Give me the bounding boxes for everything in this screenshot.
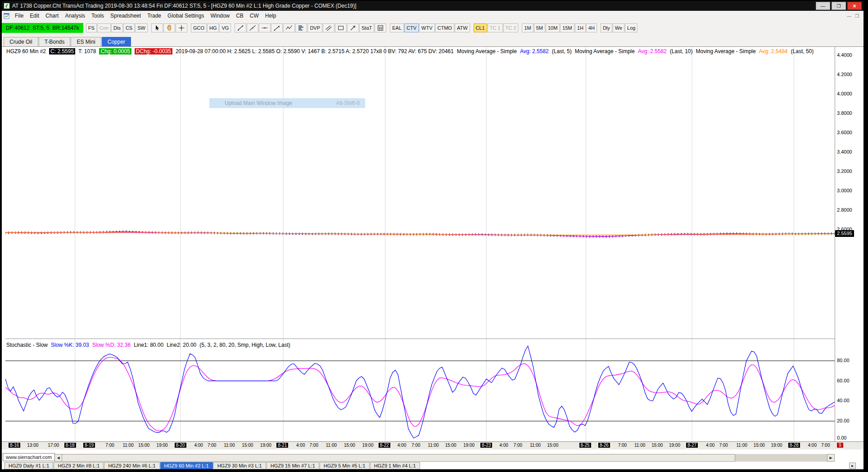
ray-tool-button[interactable] <box>271 23 283 32</box>
zigzag-icon <box>285 24 293 32</box>
menu-file[interactable]: File <box>12 11 27 21</box>
status-link[interactable]: www.sierrachart.com <box>3 453 55 461</box>
tab-scroll-right-button[interactable]: ▸ <box>849 463 856 469</box>
time-axis-time-label: 19:00 <box>157 443 168 448</box>
volume-profile-tool-button[interactable] <box>295 23 307 32</box>
time-axis-time-label: 4:00 <box>808 443 817 448</box>
connect-button[interactable]: Con <box>97 23 111 32</box>
menu-cw[interactable]: CW <box>247 11 262 21</box>
pointer-tool-button[interactable] <box>151 23 163 32</box>
menu-window[interactable]: Window <box>207 11 233 21</box>
tf-1m-button[interactable]: 1M <box>522 23 533 32</box>
time-axis-date-label: 8-19 <box>83 443 95 448</box>
chartbook-tab-hgz9-15-min-7-l-1[interactable]: HGZ9 15 Min #7 L:1 <box>267 462 319 469</box>
time-axis-date-label: 8-26 <box>598 443 610 448</box>
tf-weekly-button[interactable]: We <box>613 23 624 32</box>
time-scale[interactable]: 8-1613:0017:008-188-197:0011:0015:0019:0… <box>2 441 863 449</box>
upload-menu-item[interactable]: Upload Main Window Image Alt-Shift-0 <box>209 98 365 108</box>
atw-button[interactable]: ATW <box>455 23 470 32</box>
cl1-button[interactable]: CL1 <box>474 23 487 32</box>
chart-tab-copper[interactable]: Copper <box>102 37 131 46</box>
child-minimize-icon[interactable]: — <box>847 14 851 18</box>
rectangle-tool-button[interactable] <box>335 23 347 32</box>
hand-tool-button[interactable] <box>163 23 175 32</box>
menu-analysis[interactable]: Analysis <box>62 11 88 21</box>
chart-canvas[interactable] <box>5 47 835 441</box>
horizontal-line-tool-button[interactable] <box>259 23 271 32</box>
calculator-tool-button[interactable] <box>375 23 386 32</box>
time-axis-time-label: 19:00 <box>260 443 271 448</box>
ctv-button[interactable]: CTV <box>404 23 419 32</box>
scroll-right-button[interactable]: ▶ <box>827 454 835 462</box>
stoch-info-segment-4: Line2: 20.00 <box>167 342 196 348</box>
time-axis-date-label: 8-16 <box>9 443 20 448</box>
fs-button[interactable]: FS <box>86 23 97 32</box>
time-axis-time-label: 15:00 <box>138 443 149 448</box>
time-axis-time-label: 19:00 <box>771 443 782 448</box>
trendline2-icon <box>249 24 256 32</box>
chart-tab-es-mini[interactable]: ES Mini <box>71 37 101 46</box>
eal-button[interactable]: EAL <box>390 23 404 32</box>
disconnect-button[interactable]: Dis <box>111 23 123 32</box>
tf-15m-button[interactable]: 15M <box>560 23 574 32</box>
arrow-tool-button[interactable] <box>347 23 359 32</box>
scrollbar-track[interactable] <box>62 454 827 462</box>
tf-daily-button[interactable]: Dly <box>601 23 612 32</box>
channel-tool-button[interactable] <box>323 23 335 32</box>
hg-button[interactable]: HG <box>207 23 219 32</box>
tf-10m-button[interactable]: 10M <box>546 23 560 32</box>
trendline-tool-button[interactable] <box>235 23 246 32</box>
dvp-button[interactable]: DVP <box>307 23 322 32</box>
minimize-button[interactable]: — <box>816 2 830 10</box>
menu-tools[interactable]: Tools <box>88 11 107 21</box>
menu-trade[interactable]: Trade <box>144 11 164 21</box>
screen: { "window": { "title": "AT 1738 Copper.C… <box>0 0 868 472</box>
maximize-button[interactable]: ❐ <box>832 2 846 10</box>
chartbook-tab-hgz9-daily-1-l-1[interactable]: HGZ9 Daily #1 L:1 <box>5 462 53 469</box>
chartbook-tab-hgz9-1-min-4-l-1[interactable]: HGZ9 1 Min #4 L:1 <box>370 462 420 469</box>
close-button[interactable]: ✕ <box>847 2 862 10</box>
channel-icon <box>325 24 332 32</box>
extending-line-tool-button[interactable] <box>247 23 258 32</box>
stoch-axis-label: 80.00 <box>837 358 850 363</box>
menu-global-settings[interactable]: Global Settings <box>164 11 207 21</box>
menu-edit[interactable]: Edit <box>27 11 42 21</box>
cs-button[interactable]: CS <box>123 23 135 32</box>
calc-icon <box>377 24 384 32</box>
tf-5m-button[interactable]: 5M <box>534 23 545 32</box>
zigzag-tool-button[interactable] <box>283 23 295 32</box>
sw-button[interactable]: SW <box>135 23 148 32</box>
tf-1h-button[interactable]: 1H <box>575 23 586 32</box>
scroll-left-button[interactable]: ◀ <box>54 454 62 462</box>
time-axis-time-label: 7:00 <box>821 443 830 448</box>
chartbook-tab-hgz9-240-min-6-l-1[interactable]: HGZ9 240 Min #6 L:1 <box>104 462 159 469</box>
gco-button[interactable]: GCO <box>191 23 207 32</box>
tc1-button[interactable]: TC 1 <box>488 23 503 32</box>
chartbook-tab-hgz9-30-min-3-l-1[interactable]: HGZ9 30 Min #3 L:1 <box>213 462 266 469</box>
time-axis-time-label: 15:00 <box>445 443 457 448</box>
scrollbar-thumb[interactable] <box>62 454 735 462</box>
chartbook-tab-hgz9-5-min-5-l-1[interactable]: HGZ9 5 Min #5 L:1 <box>320 462 370 469</box>
ctmo-button[interactable]: CTMO <box>435 23 454 32</box>
chartbook-tab-hgz9-60-min-2-l-1[interactable]: HGZ9 60 Min #2 L:1 <box>160 462 213 469</box>
wtv-button[interactable]: WTV <box>419 23 434 32</box>
time-axis-time-label: 4:00 <box>296 443 305 448</box>
vg-button[interactable]: VG <box>219 23 231 32</box>
tf-4h-button[interactable]: 4H <box>586 23 597 32</box>
time-axis-time-label: 15:00 <box>547 443 558 448</box>
menu-help[interactable]: Help <box>262 11 280 21</box>
tc2-button[interactable]: TC 2 <box>503 23 519 32</box>
stat-button[interactable]: StaT <box>359 23 374 32</box>
chart-tab-t-bonds[interactable]: T-Bonds <box>39 37 71 46</box>
menu-cb[interactable]: CB <box>233 11 247 21</box>
menu-spreadsheet[interactable]: Spreadsheet <box>107 11 144 21</box>
price-scale[interactable]: 4.40004.20004.00003.80003.60003.40003.20… <box>835 47 863 441</box>
menu-chart[interactable]: Chart <box>42 11 62 21</box>
stoch-axis-label: 40.00 <box>837 398 850 404</box>
log-button[interactable]: Log <box>625 23 637 32</box>
time-axis-time-label: 4:00 <box>706 443 714 448</box>
child-restore-icon[interactable]: ❐ <box>855 14 859 18</box>
chartbook-tab-hgz9-2-min-8-l-1[interactable]: HGZ9 2 Min #8 L:1 <box>54 462 104 469</box>
crosshair-tool-button[interactable] <box>176 23 187 32</box>
chart-tab-crude-oil[interactable]: Crude Oil <box>4 37 38 46</box>
